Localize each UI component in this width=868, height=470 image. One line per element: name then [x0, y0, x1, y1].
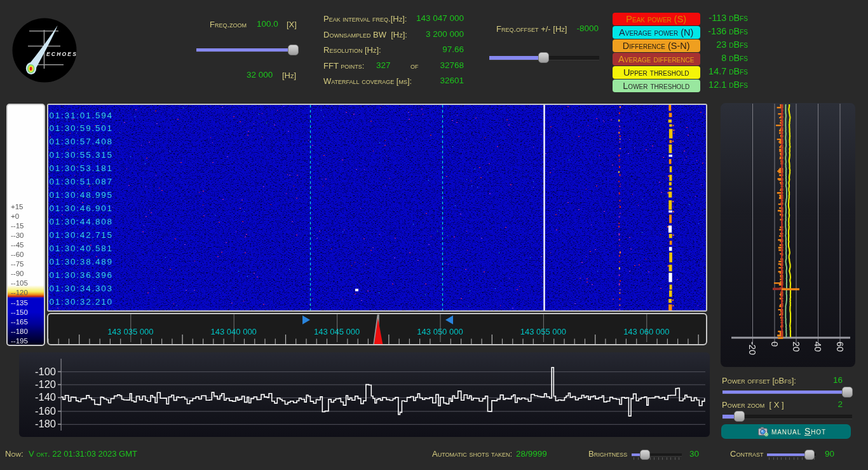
svg-text:01:30:38.489: 01:30:38.489	[50, 257, 113, 266]
svg-text:01:30:53.181: 01:30:53.181	[50, 163, 113, 173]
svg-text:143 055 000: 143 055 000	[520, 327, 566, 336]
svg-text:20: 20	[791, 342, 801, 352]
svg-text:143 035 000: 143 035 000	[107, 327, 153, 336]
svg-text:-180: -180	[35, 418, 56, 429]
svg-text:-140: -140	[35, 391, 56, 403]
svg-text:01:30:44.808: 01:30:44.808	[50, 217, 113, 226]
svg-text:-20: -20	[747, 342, 757, 355]
svg-text:01:30:46.901: 01:30:46.901	[50, 204, 113, 213]
svg-text:01:30:48.995: 01:30:48.995	[50, 190, 113, 200]
svg-text:143 050 000: 143 050 000	[417, 327, 463, 336]
svg-text:60: 60	[835, 342, 845, 352]
svg-text:01:30:51.087: 01:30:51.087	[50, 177, 113, 186]
svg-text:01:30:55.315: 01:30:55.315	[50, 150, 113, 160]
svg-text:143 040 000: 143 040 000	[211, 327, 257, 336]
svg-text:01:30:59.501: 01:30:59.501	[50, 123, 113, 133]
svg-text:01:30:36.396: 01:30:36.396	[50, 270, 113, 280]
svg-text:ECHOES: ECHOES	[46, 51, 77, 57]
svg-text:-160: -160	[35, 405, 56, 417]
svg-text:143 045 000: 143 045 000	[314, 327, 360, 336]
svg-text:01:30:34.303: 01:30:34.303	[50, 284, 113, 293]
svg-text:-100: -100	[35, 366, 56, 377]
svg-text:143 060 000: 143 060 000	[623, 327, 669, 336]
svg-text:0: 0	[770, 342, 780, 347]
svg-text:01:30:42.715: 01:30:42.715	[50, 230, 113, 240]
svg-text:01:30:32.210: 01:30:32.210	[50, 297, 113, 307]
svg-text:01:31:01.594: 01:31:01.594	[50, 111, 113, 120]
svg-text:01:30:40.581: 01:30:40.581	[50, 244, 113, 253]
svg-text:40: 40	[813, 342, 823, 352]
svg-text:01:30:57.408: 01:30:57.408	[50, 137, 113, 146]
svg-text:-120: -120	[35, 378, 56, 390]
